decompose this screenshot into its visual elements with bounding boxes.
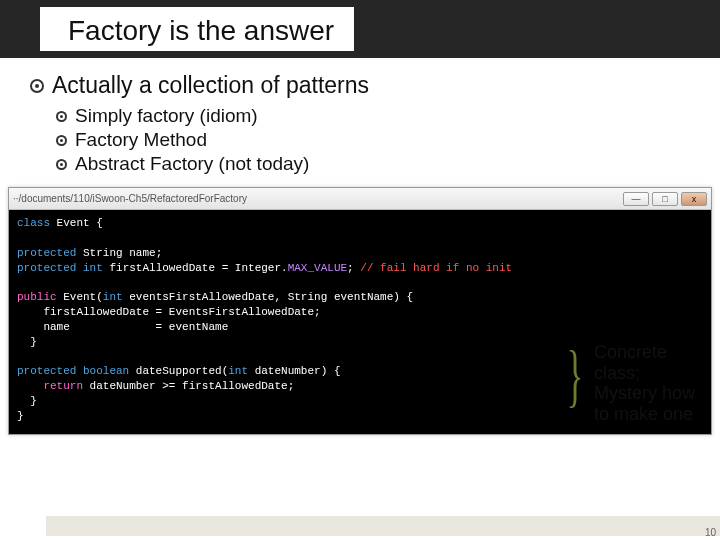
title-box: Factory is the answer <box>40 7 354 51</box>
window-buttons: — □ x <box>623 192 707 206</box>
code-token: class <box>17 217 50 229</box>
code-token: dateSupported( <box>129 365 228 377</box>
code-token: firstAllowedDate = Integer. <box>103 262 288 274</box>
close-button[interactable]: x <box>681 192 707 206</box>
annotation-brace-icon: } <box>567 336 584 416</box>
window-path: ··/documents/110/iSwoon-Ch5/RefactoredFo… <box>13 193 247 204</box>
bullet-icon <box>56 111 67 122</box>
code-token: dateNumber) { <box>248 365 340 377</box>
bullet-sub: Abstract Factory (not today) <box>56 153 690 175</box>
code-token: protected int <box>17 262 103 274</box>
bullet-sub-text: Abstract Factory (not today) <box>75 153 309 175</box>
code-token: int <box>103 291 123 303</box>
code-token: int <box>228 365 248 377</box>
code-token: eventsFirstAllowedDate, String eventName… <box>123 291 413 303</box>
code-token: ; <box>347 262 354 274</box>
annotation-text: Concrete class; Mystery how to make one <box>594 342 702 425</box>
window-titlebar: ··/documents/110/iSwoon-Ch5/RefactoredFo… <box>9 188 711 210</box>
code-token: dateNumber >= firstAllowedDate; <box>83 380 294 392</box>
code-token: protected <box>17 247 76 259</box>
code-line: } <box>17 410 24 422</box>
maximize-button[interactable]: □ <box>652 192 678 206</box>
bullet-sub: Factory Method <box>56 129 690 151</box>
code-token: protected boolean <box>17 365 129 377</box>
bullet-main-text: Actually a collection of patterns <box>52 72 369 99</box>
code-line: } <box>17 336 37 348</box>
bullet-icon <box>30 79 44 93</box>
code-line: name = eventName <box>17 321 228 333</box>
bullet-icon <box>56 135 67 146</box>
code-token: MAX_VALUE <box>288 262 347 274</box>
code-token: return <box>17 380 83 392</box>
code-line: } <box>17 395 37 407</box>
bullet-sub: Simply factory (idiom) <box>56 105 690 127</box>
code-comment: // fail hard if no init <box>354 262 512 274</box>
code-token: Event { <box>50 217 103 229</box>
page-number: 10 <box>705 527 716 538</box>
content-area: Actually a collection of patterns Simply… <box>0 58 720 183</box>
bullet-sub-text: Simply factory (idiom) <box>75 105 258 127</box>
bullet-sub-text: Factory Method <box>75 129 207 151</box>
code-token: Event( <box>57 291 103 303</box>
code-line: firstAllowedDate = EventsFirstAllowedDat… <box>17 306 321 318</box>
code-token: String name; <box>76 247 162 259</box>
minimize-button[interactable]: — <box>623 192 649 206</box>
bullet-icon <box>56 159 67 170</box>
title-bar: Factory is the answer <box>0 0 720 58</box>
footer-strip <box>46 516 720 536</box>
code-token: public <box>17 291 57 303</box>
bullet-main: Actually a collection of patterns <box>30 72 690 99</box>
slide-title: Factory is the answer <box>68 15 334 46</box>
